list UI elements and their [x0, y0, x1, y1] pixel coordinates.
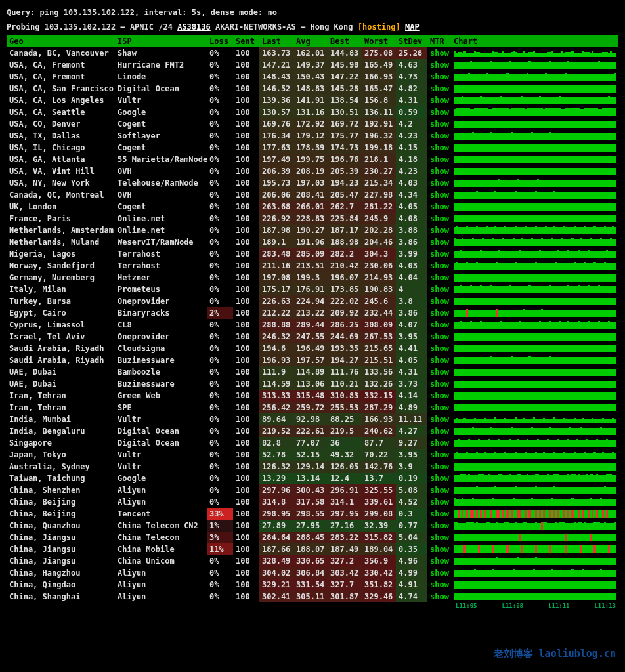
- mtr-show-link[interactable]: show: [427, 520, 451, 532]
- cell-sent: 100: [233, 272, 259, 284]
- mtr-show-link[interactable]: show: [427, 236, 451, 248]
- spark-chart: [454, 356, 616, 364]
- cell-isp: WeservIT/RamNode: [115, 236, 207, 248]
- th-chart[interactable]: Chart: [451, 35, 618, 47]
- cell-worst: 166.93: [362, 413, 396, 425]
- spark-chart: [454, 226, 616, 234]
- th-loss[interactable]: Loss: [207, 35, 233, 47]
- th-stdev[interactable]: StDev: [396, 35, 427, 47]
- cell-best: 12.4: [328, 472, 362, 484]
- mtr-show-link[interactable]: show: [427, 437, 451, 449]
- mtr-show-link[interactable]: show: [427, 425, 451, 437]
- cell-avg: 300.43: [293, 484, 328, 496]
- cell-stdev: 3.86: [396, 236, 427, 248]
- mtr-show-link[interactable]: show: [427, 591, 451, 602]
- mtr-show-link[interactable]: show: [427, 461, 451, 472]
- table-row: USA, VA, Vint HillOVH0%100206.39208.1920…: [7, 165, 618, 177]
- mtr-show-link[interactable]: show: [427, 224, 451, 236]
- mtr-show-link[interactable]: show: [427, 71, 451, 83]
- th-isp[interactable]: ISP: [115, 35, 207, 47]
- mtr-show-link[interactable]: show: [427, 484, 451, 496]
- mtr-show-link[interactable]: show: [427, 106, 451, 118]
- chart-cell: [451, 248, 618, 260]
- mtr-show-link[interactable]: show: [427, 508, 451, 520]
- cell-geo: USA, CA, San Francisco: [7, 83, 115, 94]
- cell-stdev: 4.63: [396, 59, 427, 71]
- mtr-show-link[interactable]: show: [427, 319, 451, 331]
- cell-best: 205.47: [328, 189, 362, 201]
- th-avg[interactable]: Avg: [293, 35, 328, 47]
- cell-last: 194.6: [259, 343, 293, 354]
- mtr-show-link[interactable]: show: [427, 532, 451, 543]
- chart-cell: [451, 472, 618, 484]
- mtr-show-link[interactable]: show: [427, 307, 451, 319]
- table-row: USA, CA, SeattleGoogle0%100130.57131.161…: [7, 106, 618, 118]
- spark-chart: [454, 179, 616, 187]
- th-mtr[interactable]: MTR: [427, 35, 451, 47]
- cell-avg: 114.89: [293, 366, 328, 378]
- cell-avg: 266.01: [293, 201, 328, 213]
- mtr-show-link[interactable]: show: [427, 47, 451, 59]
- mtr-show-link[interactable]: show: [427, 378, 451, 390]
- mtr-show-link[interactable]: show: [427, 496, 451, 508]
- cell-worst: 32.39: [362, 520, 396, 532]
- th-best[interactable]: Best: [328, 35, 362, 47]
- mtr-show-link[interactable]: show: [427, 579, 451, 591]
- map-link[interactable]: MAP: [405, 22, 420, 32]
- cell-best: 36: [328, 437, 362, 449]
- mtr-show-link[interactable]: show: [427, 331, 451, 343]
- cell-last: 139.36: [259, 94, 293, 106]
- mtr-show-link[interactable]: show: [427, 543, 451, 555]
- mtr-show-link[interactable]: show: [427, 165, 451, 177]
- mtr-show-link[interactable]: show: [427, 366, 451, 378]
- mtr-show-link[interactable]: show: [427, 472, 451, 484]
- mtr-show-link[interactable]: show: [427, 413, 451, 425]
- th-last[interactable]: Last: [259, 35, 293, 47]
- mtr-show-link[interactable]: show: [427, 402, 451, 413]
- mtr-show-link[interactable]: show: [427, 177, 451, 189]
- cell-stdev: 4.31: [396, 94, 427, 106]
- th-worst[interactable]: Worst: [362, 35, 396, 47]
- cell-best: 196.07: [328, 272, 362, 284]
- cell-isp: Aliyun: [115, 567, 207, 579]
- chart-cell: [451, 83, 618, 94]
- mtr-show-link[interactable]: show: [427, 284, 451, 295]
- mtr-show-link[interactable]: show: [427, 567, 451, 579]
- cell-avg: 179.12: [293, 130, 328, 142]
- mtr-show-link[interactable]: show: [427, 260, 451, 272]
- mtr-show-link[interactable]: show: [427, 118, 451, 130]
- cell-sent: 100: [233, 508, 259, 520]
- chart-cell: [451, 260, 618, 272]
- mtr-show-link[interactable]: show: [427, 248, 451, 260]
- mtr-show-link[interactable]: show: [427, 213, 451, 224]
- asn-link[interactable]: AS38136: [177, 22, 211, 32]
- mtr-show-link[interactable]: show: [427, 142, 451, 154]
- cell-loss: 0%: [207, 71, 233, 83]
- mtr-show-link[interactable]: show: [427, 130, 451, 142]
- mtr-show-link[interactable]: show: [427, 59, 451, 71]
- th-geo[interactable]: Geo: [7, 35, 115, 47]
- mtr-show-link[interactable]: show: [427, 555, 451, 567]
- cell-worst: 267.53: [362, 331, 396, 343]
- mtr-show-link[interactable]: show: [427, 354, 451, 366]
- mtr-show-link[interactable]: show: [427, 83, 451, 94]
- cell-last: 263.68: [259, 201, 293, 213]
- mtr-show-link[interactable]: show: [427, 449, 451, 461]
- cell-isp: Green Web: [115, 390, 207, 402]
- cell-last: 111.9: [259, 366, 293, 378]
- mtr-show-link[interactable]: show: [427, 390, 451, 402]
- mtr-show-link[interactable]: show: [427, 295, 451, 307]
- mtr-show-link[interactable]: show: [427, 343, 451, 354]
- cell-geo: Iran, Tehran: [7, 390, 115, 402]
- cell-stdev: 4.41: [396, 343, 427, 354]
- mtr-show-link[interactable]: show: [427, 272, 451, 284]
- mtr-show-link[interactable]: show: [427, 94, 451, 106]
- th-sent[interactable]: Sent: [233, 35, 259, 47]
- cell-geo: Canada, QC, Montreal: [7, 189, 115, 201]
- cell-geo: Germany, Nuremberg: [7, 272, 115, 284]
- cell-stdev: 0.19: [396, 472, 427, 484]
- cell-loss: 11%: [207, 543, 233, 555]
- mtr-show-link[interactable]: show: [427, 189, 451, 201]
- mtr-show-link[interactable]: show: [427, 201, 451, 213]
- mtr-show-link[interactable]: show: [427, 154, 451, 165]
